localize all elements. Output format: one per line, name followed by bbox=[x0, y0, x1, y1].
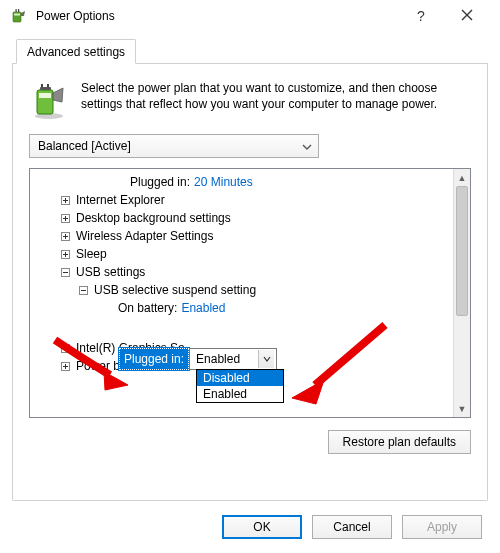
collapse-minus-icon[interactable] bbox=[76, 283, 90, 297]
tree-label: Sleep bbox=[76, 247, 107, 261]
tree-label: Plugged in: bbox=[130, 175, 190, 189]
svg-rect-2 bbox=[16, 9, 17, 12]
expand-plus-icon[interactable] bbox=[58, 247, 72, 261]
expand-plus-icon[interactable] bbox=[58, 211, 72, 225]
tree-label: Desktop background settings bbox=[76, 211, 231, 225]
tree-label: Wireless Adapter Settings bbox=[76, 229, 213, 243]
expand-plus-icon[interactable] bbox=[58, 229, 72, 243]
settings-tree: Plugged in: 20 Minutes Internet Explorer… bbox=[29, 168, 471, 418]
svg-rect-1 bbox=[14, 14, 20, 16]
advanced-settings-panel: Select the power plan that you want to c… bbox=[12, 64, 488, 501]
tree-item-desktop-background[interactable]: Desktop background settings bbox=[30, 209, 453, 227]
scroll-up-icon[interactable]: ▲ bbox=[454, 169, 470, 186]
window-title: Power Options bbox=[36, 9, 398, 23]
tree-leaf-plugged-in-active[interactable]: Plugged in: Enabled bbox=[119, 348, 277, 370]
title-bar: Power Options ? bbox=[0, 0, 500, 32]
tab-advanced-settings[interactable]: Advanced settings bbox=[16, 39, 136, 64]
tree-value-link[interactable]: 20 Minutes bbox=[194, 175, 253, 189]
tree-label-selected: Plugged in: bbox=[119, 348, 189, 370]
help-button[interactable]: ? bbox=[398, 8, 444, 24]
dropdown-option-disabled[interactable]: Disabled bbox=[197, 370, 283, 386]
scroll-track[interactable] bbox=[454, 186, 470, 400]
intro-block: Select the power plan that you want to c… bbox=[29, 80, 471, 120]
scroll-down-icon[interactable]: ▼ bbox=[454, 400, 470, 417]
tree-label: Internet Explorer bbox=[76, 193, 165, 207]
tree-item-usb-selective-suspend[interactable]: USB selective suspend setting bbox=[30, 281, 453, 299]
tree-leaf-plugged-in-minutes[interactable]: Plugged in: 20 Minutes bbox=[30, 173, 453, 191]
cancel-button[interactable]: Cancel bbox=[312, 515, 392, 539]
close-button[interactable] bbox=[444, 8, 490, 24]
tree-item-wireless-adapter[interactable]: Wireless Adapter Settings bbox=[30, 227, 453, 245]
dropdown-option-enabled[interactable]: Enabled bbox=[197, 386, 283, 402]
dialog-button-row: OK Cancel Apply bbox=[0, 515, 500, 539]
intro-text: Select the power plan that you want to c… bbox=[81, 80, 471, 120]
scroll-thumb[interactable] bbox=[456, 186, 468, 316]
power-options-icon bbox=[10, 7, 28, 25]
expand-plus-icon[interactable] bbox=[58, 359, 72, 373]
collapse-minus-icon[interactable] bbox=[58, 265, 72, 279]
tree-label: On battery: bbox=[118, 301, 177, 315]
chevron-down-icon[interactable] bbox=[258, 350, 274, 368]
tab-label: Advanced settings bbox=[27, 45, 125, 59]
tree-item-internet-explorer[interactable]: Internet Explorer bbox=[30, 191, 453, 209]
tree-item-sleep[interactable]: Sleep bbox=[30, 245, 453, 263]
svg-rect-9 bbox=[40, 87, 51, 90]
expand-plus-icon[interactable] bbox=[58, 193, 72, 207]
power-plan-dropdown[interactable]: Balanced [Active] bbox=[29, 134, 319, 158]
tree-leaf-on-battery[interactable]: On battery: Enabled bbox=[30, 299, 453, 317]
tree-item-usb-settings[interactable]: USB settings bbox=[30, 263, 453, 281]
power-plan-selected: Balanced [Active] bbox=[38, 139, 131, 153]
tree-value-link[interactable]: Enabled bbox=[181, 301, 225, 315]
expand-plus-icon[interactable] bbox=[58, 341, 72, 355]
ok-button[interactable]: OK bbox=[222, 515, 302, 539]
tree-label: USB settings bbox=[76, 265, 145, 279]
apply-button[interactable]: Apply bbox=[402, 515, 482, 539]
plugged-in-dropdown[interactable]: Enabled bbox=[189, 348, 277, 370]
tree-scrollbar[interactable]: ▲ ▼ bbox=[453, 169, 470, 417]
plugged-in-dropdown-list[interactable]: Disabled Enabled bbox=[196, 369, 284, 403]
svg-rect-6 bbox=[39, 93, 51, 98]
restore-plan-defaults-button[interactable]: Restore plan defaults bbox=[328, 430, 471, 454]
svg-rect-3 bbox=[18, 9, 19, 12]
battery-plug-icon bbox=[29, 80, 69, 120]
tab-strip: Advanced settings bbox=[12, 38, 488, 64]
tree-label: USB selective suspend setting bbox=[94, 283, 256, 297]
chevron-down-icon bbox=[302, 141, 312, 151]
plugged-in-value: Enabled bbox=[196, 352, 240, 366]
